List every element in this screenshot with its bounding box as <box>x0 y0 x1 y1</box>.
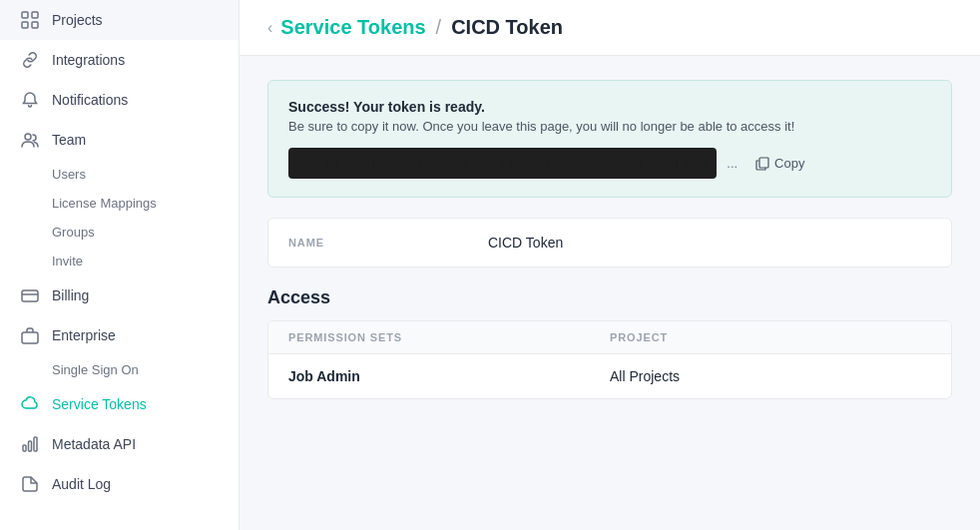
page-title: CICD Token <box>451 16 563 39</box>
sidebar-sub-item-users[interactable]: Users <box>0 160 239 189</box>
svg-rect-9 <box>34 437 37 451</box>
header: ‹ Service Tokens / CICD Token <box>240 0 980 56</box>
sidebar-item-billing[interactable]: Billing <box>0 275 239 315</box>
svg-rect-8 <box>29 441 32 451</box>
table-row: Job Admin All Projects <box>268 354 951 398</box>
token-ellipsis: ... <box>727 156 737 171</box>
sidebar-item-enterprise[interactable]: Enterprise <box>0 315 239 355</box>
sidebar-item-metadata-api[interactable]: Metadata API <box>0 424 239 464</box>
sidebar-sub-label: Invite <box>52 254 83 268</box>
table-header-project: PROJECT <box>610 331 931 343</box>
credit-card-icon <box>20 285 40 305</box>
sidebar-sub-item-groups[interactable]: Groups <box>0 218 239 247</box>
sidebar-item-label: Audit Log <box>52 476 111 492</box>
briefcase-icon <box>20 325 40 345</box>
sidebar-sub-label: Groups <box>52 225 95 240</box>
table-cell-project: All Projects <box>610 368 931 384</box>
svg-rect-6 <box>22 332 38 343</box>
svg-rect-5 <box>22 290 38 301</box>
sidebar-item-service-tokens[interactable]: Service Tokens <box>0 384 239 424</box>
file-icon <box>20 474 40 494</box>
user-group-icon <box>20 130 40 150</box>
svg-rect-2 <box>22 22 28 28</box>
sidebar-item-integrations[interactable]: Integrations <box>0 40 239 80</box>
link-icon <box>20 50 40 70</box>
success-banner: Success! Your token is ready. Be sure to… <box>267 80 952 198</box>
sidebar-item-label: Billing <box>52 287 89 303</box>
sidebar-item-team[interactable]: Team <box>0 120 239 160</box>
sidebar-item-label: Enterprise <box>52 327 116 343</box>
sidebar-item-label: Projects <box>52 12 103 28</box>
sidebar-item-notifications[interactable]: Notifications <box>0 80 239 120</box>
content-area: Success! Your token is ready. Be sure to… <box>240 56 980 530</box>
breadcrumb-link[interactable]: Service Tokens <box>280 16 425 39</box>
success-title: Success! Your token is ready. <box>288 99 931 115</box>
sidebar: Projects Integrations Notifications <box>0 0 240 530</box>
sidebar-item-label: Team <box>52 132 86 148</box>
sidebar-item-label: Service Tokens <box>52 396 147 412</box>
success-description: Be sure to copy it now. Once you leave t… <box>288 119 931 134</box>
access-table: PERMISSION SETS PROJECT Job Admin All Pr… <box>267 320 952 399</box>
access-title: Access <box>267 287 952 308</box>
name-row: NAME CICD Token <box>268 219 951 266</box>
table-header-permission-sets: PERMISSION SETS <box>288 331 610 343</box>
name-label: NAME <box>288 237 488 249</box>
table-cell-permission-set: Job Admin <box>288 368 610 384</box>
bell-icon <box>20 90 40 110</box>
svg-rect-7 <box>23 445 26 451</box>
token-value: ████████████████████████████████████████… <box>288 148 717 179</box>
sidebar-sub-label: Single Sign On <box>52 362 139 377</box>
svg-rect-3 <box>32 22 38 28</box>
sidebar-sub-item-sso[interactable]: Single Sign On <box>0 355 239 384</box>
clipboard-icon <box>755 157 769 171</box>
detail-section: NAME CICD Token <box>267 218 952 267</box>
sidebar-item-audit-log[interactable]: Audit Log <box>0 464 239 504</box>
sidebar-sub-item-license-mappings[interactable]: License Mappings <box>0 189 239 218</box>
breadcrumb-chevron-icon: ‹ <box>267 19 272 37</box>
main-content: ‹ Service Tokens / CICD Token Success! Y… <box>240 0 980 530</box>
copy-button[interactable]: Copy <box>747 152 812 175</box>
svg-rect-0 <box>22 12 28 18</box>
name-value: CICD Token <box>488 235 563 251</box>
grid-icon <box>20 10 40 30</box>
copy-label: Copy <box>774 156 804 171</box>
bar-chart-icon <box>20 434 40 454</box>
token-row: ████████████████████████████████████████… <box>288 148 931 179</box>
svg-point-4 <box>25 134 31 140</box>
breadcrumb-separator: / <box>436 16 442 39</box>
svg-rect-1 <box>32 12 38 18</box>
sidebar-sub-item-invite[interactable]: Invite <box>0 247 239 275</box>
sidebar-sub-label: License Mappings <box>52 196 157 211</box>
sidebar-sub-label: Users <box>52 167 86 182</box>
sidebar-item-projects[interactable]: Projects <box>0 0 239 40</box>
table-header: PERMISSION SETS PROJECT <box>268 321 951 354</box>
cloud-icon <box>20 394 40 414</box>
sidebar-item-label: Notifications <box>52 92 128 108</box>
sidebar-item-label: Integrations <box>52 52 125 68</box>
svg-rect-10 <box>759 158 768 168</box>
sidebar-item-label: Metadata API <box>52 436 136 452</box>
